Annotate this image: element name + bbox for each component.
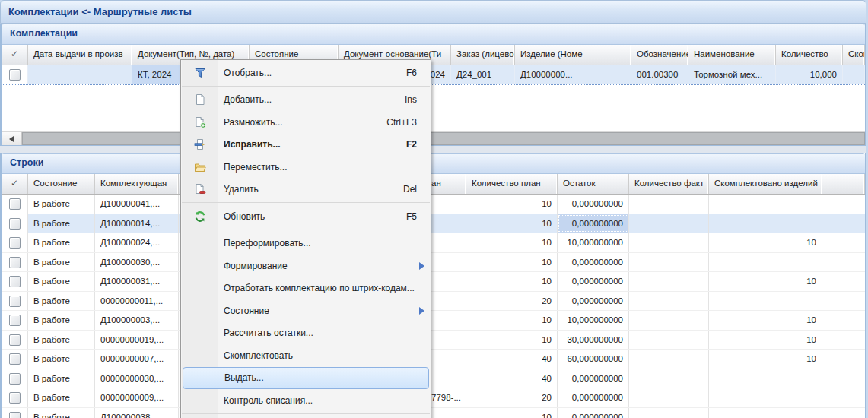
menu-separator <box>182 230 430 230</box>
menu-item-skomplektovat[interactable]: Скомплектовать <box>183 344 429 367</box>
cell-fact <box>629 331 709 350</box>
menu-item-dobavit[interactable]: Добавить... Ins <box>183 89 429 112</box>
column-header-ostatok[interactable]: Остаток <box>558 174 629 194</box>
row-checkbox[interactable] <box>9 412 21 418</box>
cell-part: Д100000024,... <box>95 233 179 252</box>
column-header-kolichestvo[interactable]: Количество <box>776 45 843 65</box>
cell-rest: 0,000000000 <box>558 253 629 272</box>
menu-item-peremestit[interactable]: Переместить... <box>183 156 429 179</box>
table-row[interactable]: В работе 00000000007,... 40 60,000000000… <box>2 350 865 369</box>
cell-rest: 0,000000000 <box>558 292 629 311</box>
menu-item-otrabotat-shtrih-kody[interactable]: Отработать комплектацию по штрих-кодам..… <box>183 277 429 300</box>
row-checkbox[interactable] <box>9 218 21 230</box>
table-row[interactable]: В работе Д100000024,... 10 10,000000000 … <box>2 233 865 253</box>
menu-item-label: Контроль списания... <box>218 395 417 406</box>
scroll-left-button[interactable] <box>2 132 22 145</box>
submenu-arrow-icon <box>419 262 424 270</box>
table-row[interactable]: В работе 00000000019,... 10 30,000000000… <box>2 331 865 350</box>
menu-item-label: Состояние <box>218 306 417 316</box>
table-row[interactable]: В работе Д100000030,... 10 0,000000000 <box>2 253 865 273</box>
row-checkbox[interactable] <box>9 315 21 326</box>
menu-shortcut: F6 <box>406 68 429 78</box>
column-header-komplektuyushchaya[interactable]: Комплектующая <box>95 174 179 194</box>
cell-skomplektovano <box>843 65 865 84</box>
menu-item-label: Отработать комплектацию по штрих-кодам..… <box>218 283 417 293</box>
panel-komplektacii: Комплектации ✓ Дата выдачи в произв Доку… <box>0 24 866 145</box>
menu-item-obnovit[interactable]: Обновить F5 <box>183 205 429 228</box>
menu-item-kontrol-spisaniya[interactable]: Контроль списания... <box>183 389 429 412</box>
menu-shortcut: F2 <box>406 139 429 150</box>
cell-rest: 0,000000000 <box>558 408 629 418</box>
cell-filler <box>822 292 865 311</box>
row-checkbox[interactable] <box>9 353 21 365</box>
cell-fact <box>629 195 709 214</box>
menu-item-sostoyanie[interactable]: Состояние <box>183 299 429 322</box>
table-row[interactable]: В работе Д100000003,... 10 10,000000000 … <box>2 311 865 331</box>
row-checkbox[interactable] <box>9 334 21 346</box>
column-header-data-vydachi[interactable]: Дата выдачи в произв <box>28 45 132 65</box>
cell-filler <box>822 331 865 350</box>
cell-fact <box>629 311 709 330</box>
cell-plan: 10 <box>466 253 558 272</box>
panel-splitter[interactable] <box>0 145 866 153</box>
column-header-skomplektovano[interactable]: Ском <box>843 45 865 65</box>
row-check-cell <box>2 214 28 233</box>
menu-item-rasschitat-ostatki[interactable]: Рассчитать остатки... <box>183 322 429 345</box>
top-grid-empty-area <box>2 85 865 131</box>
menu-separator <box>182 86 430 87</box>
row-checkbox[interactable] <box>9 257 21 268</box>
column-header-skomplektovano-izdeliy[interactable]: Скомплектовано изделий <box>709 174 822 194</box>
column-header-kolichestvo-plan[interactable]: Количество план <box>466 174 558 194</box>
row-checkbox[interactable] <box>9 198 21 210</box>
row-checkbox[interactable] <box>9 392 21 404</box>
menu-item-otobrat[interactable]: Отобрать... F6 <box>183 62 429 84</box>
scrollbar-thumb[interactable] <box>22 132 865 145</box>
table-row[interactable]: В работе Д100000038,... 10 0,000000000 <box>2 408 865 418</box>
row-check-cell <box>2 253 28 272</box>
cell-part: Д100000014,... <box>95 214 179 233</box>
menu-item-label: Переформировать... <box>218 238 417 249</box>
cell-state: В работе <box>28 369 95 388</box>
column-header-kolichestvo-fakt[interactable]: Количество факт <box>629 174 709 194</box>
row-checkbox[interactable] <box>9 276 21 287</box>
table-row[interactable]: В работе 00000000030,... 40 0,000000000 <box>2 369 865 389</box>
cell-naimenovanie: Тормозной мех... <box>688 65 776 84</box>
menu-item-razmnozhit[interactable]: Размножить... Ctrl+F3 <box>183 111 429 134</box>
menu-item-pereformirovat[interactable]: Переформировать... <box>183 233 429 255</box>
column-header-naimenovanie[interactable]: Наименование <box>688 45 776 65</box>
row-checkbox[interactable] <box>9 237 21 249</box>
column-header-zakaz[interactable]: Заказ (лицево <box>451 45 515 65</box>
table-row[interactable]: В работе Д100000031,... 10 0,000000000 1… <box>2 272 865 292</box>
horizontal-scrollbar[interactable] <box>2 131 865 146</box>
context-menu: Отобрать... F6 Добавить... Ins Размножит… <box>180 59 431 418</box>
column-header-oboznachenie[interactable]: Обозначение <box>631 45 688 65</box>
row-checkbox[interactable] <box>9 296 21 307</box>
cell-fact <box>629 408 709 418</box>
cell-assembled: 10 <box>709 350 822 369</box>
cell-rest: 30,000000000 <box>558 331 629 350</box>
table-row[interactable]: В работе 00000000011,... 20 0,000000000 <box>2 292 865 312</box>
column-header-izdelie[interactable]: Изделие (Номе <box>515 45 631 65</box>
cell-part: Д100000030,... <box>95 253 179 272</box>
menu-item-vydat-highlighted[interactable]: Выдать... <box>183 367 429 390</box>
cell-rest: 0,000000000 <box>558 272 629 291</box>
top-grid-row[interactable]: КТ, 2024 024 Д24_001 Д10000000... 001.00… <box>2 65 865 85</box>
column-header-sostoyanie[interactable]: Состояние <box>28 174 95 194</box>
cell-fact <box>629 350 709 369</box>
table-row-selected[interactable]: В работе Д100000014,... 10 0,000000000 <box>2 214 865 234</box>
table-row[interactable]: В работе 00000000009,... 7798-... 20 0,0… <box>2 388 865 408</box>
column-header-check[interactable]: ✓ <box>2 174 28 194</box>
menu-item-formirovanie[interactable]: Формирование <box>183 255 429 277</box>
table-row[interactable]: В работе Д100000041,... 10 0,000000000 <box>2 195 865 214</box>
cell-plan: 10 <box>466 311 558 330</box>
menu-item-udalit[interactable]: Удалить Del <box>183 179 429 201</box>
menu-item-label: Обновить <box>218 211 406 222</box>
cell-assembled <box>709 214 822 233</box>
menu-item-label: Отобрать... <box>218 68 406 78</box>
row-checkbox[interactable] <box>9 373 21 385</box>
menu-item-ispravit[interactable]: Исправить... F2 <box>183 134 429 157</box>
row-checkbox[interactable] <box>9 69 21 81</box>
cell-state: В работе <box>28 272 95 291</box>
row-check-cell <box>2 272 28 291</box>
column-header-check[interactable]: ✓ <box>2 45 28 65</box>
